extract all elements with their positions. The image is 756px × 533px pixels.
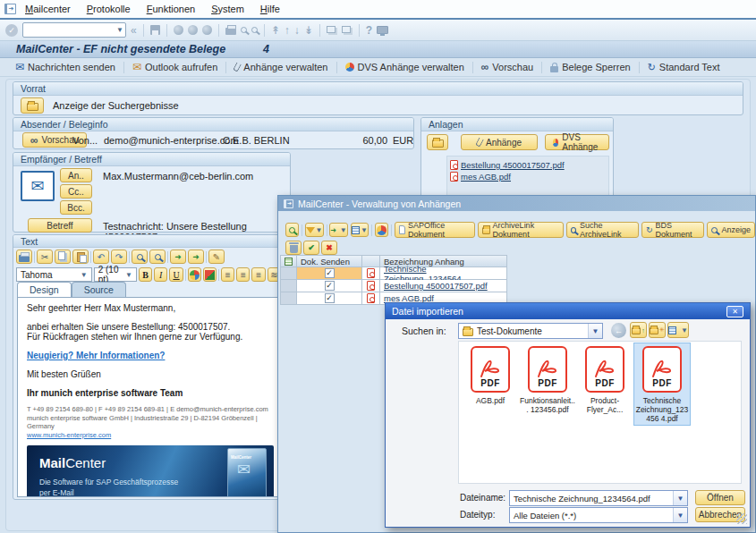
chart-button[interactable]: [375, 223, 388, 237]
next-page-icon[interactable]: ↓: [294, 25, 300, 36]
chevron-down-icon[interactable]: ▼: [673, 491, 687, 505]
file-item[interactable]: PDF AGB.pdf: [463, 343, 518, 405]
cc-button[interactable]: Cc..: [60, 184, 92, 199]
align-right-button[interactable]: ≡: [251, 267, 265, 282]
enter-icon[interactable]: ✓: [5, 24, 18, 37]
email-body-editor[interactable]: Sehr geehrter Herr Max Mustermann, anbei…: [17, 297, 282, 497]
menu-system[interactable]: System: [204, 2, 251, 16]
find-button[interactable]: [132, 250, 148, 264]
redo-button[interactable]: ↷: [111, 250, 127, 264]
help-icon[interactable]: ?: [366, 25, 372, 36]
attachment-link[interactable]: Bestellung 4500017507.pdf: [384, 281, 488, 291]
chevron-down-icon[interactable]: ▼: [588, 324, 602, 338]
table-row[interactable]: ✓ Technische Zeichnung_1234564: [280, 267, 507, 280]
file-item-selected[interactable]: PDF Technische Zeichnung_123456 4.pdf: [634, 343, 690, 425]
paste-button[interactable]: [72, 250, 89, 264]
exit-icon[interactable]: [202, 25, 212, 35]
open-outlook-button[interactable]: ✉ Outlook aufrufen: [124, 58, 225, 76]
more-info-link[interactable]: Neugierig? Mehr Informationen?: [27, 351, 165, 360]
row-selector[interactable]: [280, 292, 297, 305]
view-menu-button[interactable]: ▼: [667, 322, 689, 338]
shortcut-icon[interactable]: [342, 26, 351, 33]
print-button[interactable]: [16, 250, 32, 264]
list-item[interactable]: mes AGB.pdf: [450, 171, 606, 182]
font-size-select[interactable]: 2 (10 pt)▼: [94, 267, 137, 282]
previous-page-icon[interactable]: ↑: [285, 25, 290, 36]
align-center-button[interactable]: ≡: [236, 267, 250, 282]
up-one-level-button[interactable]: ↑: [630, 322, 647, 338]
collapse-toolbar-icon[interactable]: «: [131, 25, 137, 36]
bold-button[interactable]: B: [139, 267, 152, 282]
attachment-folder-button[interactable]: [427, 134, 448, 150]
find-icon[interactable]: [241, 27, 247, 33]
open-button[interactable]: Öffnen: [695, 490, 745, 505]
sapoffice-document-button[interactable]: SAPOffice Dokument: [395, 222, 475, 238]
bcc-button[interactable]: Bcc.: [60, 200, 92, 215]
import-text-button[interactable]: ➜: [170, 250, 186, 264]
manage-attachments-button[interactable]: Anhänge verwalten: [226, 58, 336, 76]
to-button[interactable]: An..: [60, 168, 92, 182]
back-icon[interactable]: ←: [611, 323, 626, 338]
undo-button[interactable]: ↶: [93, 250, 109, 264]
dialog-title-bar[interactable]: ➔ MailCenter - Verwaltung von Anhängen: [278, 196, 755, 211]
detail-search-button[interactable]: [285, 223, 299, 237]
company-url-link[interactable]: www.munich-enterprise.com: [27, 431, 111, 439]
font-family-select[interactable]: Tahoma▼: [16, 267, 92, 282]
manage-dvs-attachments-button[interactable]: DVS Anhänge verwalten: [337, 58, 472, 76]
chevron-down-icon[interactable]: ▼: [673, 508, 687, 522]
file-item[interactable]: PDF Funktionsanleit... 123456.pdf: [520, 343, 575, 414]
export-button[interactable]: ➜▼: [329, 223, 347, 237]
confirm-button[interactable]: ✔: [303, 241, 319, 255]
back-icon[interactable]: [174, 25, 183, 35]
send-checkbox[interactable]: ✓: [325, 268, 335, 278]
underline-button[interactable]: U: [169, 267, 183, 282]
find-next-icon[interactable]: [251, 27, 258, 33]
system-exit-icon[interactable]: ➔: [4, 4, 16, 14]
menu-hilfe[interactable]: Hilfe: [253, 2, 287, 16]
last-page-icon[interactable]: ↡: [304, 25, 313, 36]
new-session-icon[interactable]: [327, 26, 336, 33]
new-folder-button[interactable]: ✳: [649, 322, 666, 338]
cut-button[interactable]: ✂: [37, 250, 53, 264]
highlight-color-button[interactable]: [203, 267, 217, 282]
close-icon[interactable]: ✕: [726, 306, 743, 317]
command-input[interactable]: [25, 25, 111, 35]
align-left-button[interactable]: ≡: [221, 267, 234, 282]
first-page-icon[interactable]: ↟: [271, 25, 280, 36]
send-column-header[interactable]: Dok. Senden: [297, 255, 362, 267]
list-item[interactable]: Bestellung 4500017507.pdf: [450, 159, 606, 171]
standard-text-button[interactable]: ↻ Standard Text: [640, 58, 728, 76]
italic-button[interactable]: I: [154, 267, 167, 282]
forward-icon[interactable]: [188, 25, 198, 35]
resize-grip[interactable]: [736, 513, 747, 524]
text-color-button[interactable]: [188, 267, 201, 282]
send-messages-button[interactable]: ✉ Nachrichten senden: [7, 58, 123, 76]
location-combo[interactable]: Test-Dokumente ▼: [458, 323, 603, 339]
print-icon[interactable]: [225, 28, 236, 35]
row-selector[interactable]: [280, 267, 297, 280]
tab-design[interactable]: Design: [17, 282, 72, 297]
cancel-selection-button[interactable]: ✖: [321, 241, 337, 255]
delete-button[interactable]: [285, 241, 302, 255]
menu-protokolle[interactable]: Protokolle: [80, 2, 138, 16]
find-next-button[interactable]: [149, 250, 166, 264]
save-icon[interactable]: [150, 25, 160, 35]
gui-settings-icon[interactable]: [377, 26, 388, 34]
table-corner-cell[interactable]: [280, 255, 297, 267]
preview-button[interactable]: ∞ Vorschau: [473, 58, 541, 76]
filename-combo[interactable]: Technische Zeichnung_1234564.pdf ▼: [509, 490, 688, 506]
display-button[interactable]: Anzeige: [707, 222, 755, 238]
filetype-combo[interactable]: Alle Dateien (*.*) ▼: [509, 507, 688, 523]
dvs-anhaenge-button[interactable]: DVS Anhänge: [545, 134, 609, 150]
subject-button[interactable]: Betreff: [28, 218, 92, 233]
filter-button[interactable]: ▼: [305, 223, 323, 237]
edit-signature-button[interactable]: ✎: [208, 250, 225, 264]
menu-mailcenter[interactable]: Mailcenter: [18, 2, 78, 16]
command-field[interactable]: ▼: [22, 22, 126, 38]
layout-button[interactable]: ▼: [351, 223, 369, 237]
command-dropdown-icon[interactable]: ▼: [116, 26, 123, 34]
copy-button[interactable]: [55, 250, 71, 264]
export-text-button[interactable]: ➜: [188, 250, 204, 264]
table-row[interactable]: ✓ Bestellung 4500017507.pdf: [280, 280, 507, 292]
archivelink-document-button[interactable]: ArchiveLink Dokument: [478, 222, 564, 238]
